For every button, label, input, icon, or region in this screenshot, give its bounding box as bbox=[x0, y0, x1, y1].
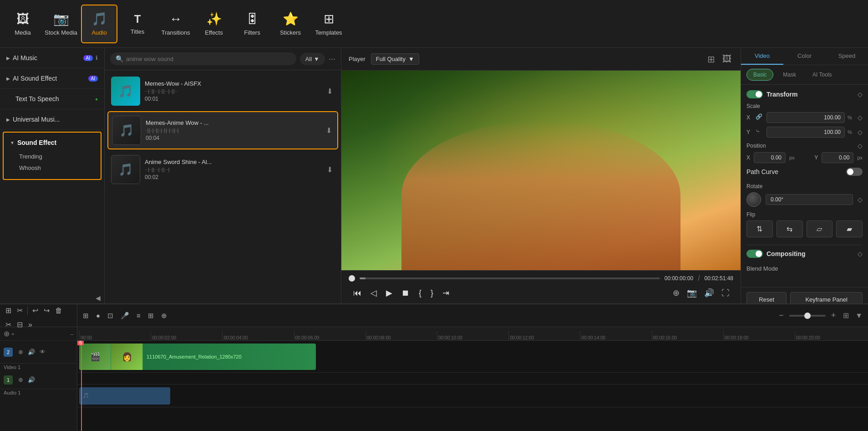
toolbar-effects[interactable]: ✨ Effects bbox=[196, 5, 232, 43]
toolbar-media[interactable]: 🖼 Media bbox=[5, 5, 41, 43]
toolbar-stock-media[interactable]: 📷 Stock Media bbox=[43, 5, 79, 43]
search-input[interactable] bbox=[126, 56, 291, 62]
fullscreen-button[interactable]: ⛶ bbox=[720, 286, 731, 300]
scale-x-keyframe[interactable]: ◇ bbox=[858, 114, 863, 121]
quality-select[interactable]: Full Quality ▼ bbox=[371, 53, 419, 65]
pos-x-input[interactable] bbox=[754, 152, 786, 163]
frame-back-button[interactable]: ◁ bbox=[368, 286, 380, 300]
universal-music-header[interactable]: ▶ Universal Musi... bbox=[5, 113, 100, 126]
flip-btn-3[interactable]: ▱ bbox=[807, 221, 833, 237]
stop-button[interactable]: ⏹ bbox=[399, 287, 412, 300]
compositing-toggle[interactable] bbox=[746, 250, 763, 258]
audio-item-1[interactable]: 🎵 Memes-Anime Wow - ... ·||·|·||·|·||·|·… bbox=[107, 111, 338, 149]
video-clip[interactable]: 🎬 👩 1110670_Amusement_Relation_1280x720 bbox=[79, 344, 316, 370]
tl-tool-1[interactable]: ⊞ bbox=[81, 310, 91, 322]
toolbar-transitions[interactable]: ↔ Transitions bbox=[157, 5, 194, 43]
audio-clip[interactable]: 🎵 bbox=[79, 387, 170, 405]
sound-effect-header[interactable]: ▼ Sound Effect bbox=[8, 136, 96, 149]
screenshot-button[interactable]: 📷 bbox=[685, 286, 699, 300]
transform-toggle[interactable] bbox=[746, 90, 763, 98]
zoom-out-button[interactable]: − bbox=[776, 310, 787, 321]
loop-in-button[interactable]: { bbox=[416, 287, 424, 300]
audio-thumb-2: 🎵 bbox=[111, 155, 140, 184]
chain-icon: 🔗 bbox=[756, 113, 764, 122]
rotate-keyframe[interactable]: ◇ bbox=[858, 196, 863, 203]
audio-add-button[interactable]: ⊕ bbox=[17, 375, 24, 384]
ruler-mark-8: 00:00:16:00 bbox=[652, 331, 723, 340]
tab-video[interactable]: Video bbox=[741, 48, 783, 65]
toolbar-stickers[interactable]: ⭐ Stickers bbox=[272, 5, 309, 43]
sub-item-whoosh[interactable]: Whoosh bbox=[15, 162, 96, 174]
split-button[interactable]: ⇥ bbox=[440, 286, 452, 300]
subtab-ai-tools[interactable]: AI Tools bbox=[806, 69, 838, 81]
scale-y-input[interactable] bbox=[766, 127, 845, 138]
grid-view-button[interactable]: ⊞ bbox=[706, 52, 717, 67]
search-input-wrap[interactable]: 🔍 bbox=[110, 52, 296, 65]
more-options-button[interactable]: ··· bbox=[329, 54, 335, 64]
tl-tool-2[interactable]: ● bbox=[94, 310, 102, 321]
subtab-basic[interactable]: Basic bbox=[746, 69, 773, 81]
keyframe-panel-button[interactable]: Keyframe Panel bbox=[790, 292, 863, 303]
subtab-mask[interactable]: Mask bbox=[776, 69, 803, 81]
collapse-panel-button[interactable]: ◀ bbox=[92, 292, 104, 303]
sub-item-trending[interactable]: Trending bbox=[15, 151, 96, 162]
settings-button[interactable]: ▼ bbox=[853, 310, 864, 322]
flip-btn-4[interactable]: ▰ bbox=[836, 221, 863, 237]
step-back-button[interactable]: ⏮ bbox=[350, 287, 364, 300]
ai-music-header[interactable]: ▶ AI Music AI ℹ bbox=[5, 51, 100, 64]
flip-horizontal-button[interactable]: ⇆ bbox=[777, 221, 803, 237]
download-icon-2[interactable]: ⬇ bbox=[325, 164, 335, 176]
transform-keyframe-button[interactable]: ◇ bbox=[858, 91, 863, 98]
tab-color[interactable]: Color bbox=[783, 48, 826, 65]
zoom-in-button[interactable]: + bbox=[828, 310, 839, 321]
reset-button[interactable]: Reset bbox=[746, 292, 787, 303]
timeline-bar[interactable] bbox=[360, 277, 660, 279]
loop-out-button[interactable]: } bbox=[428, 287, 436, 300]
redo-button[interactable]: ↪ bbox=[42, 304, 51, 317]
rotate-dial[interactable] bbox=[746, 192, 761, 207]
add-to-timeline-button[interactable]: ⊕ bbox=[671, 286, 681, 300]
video-add-button[interactable]: ⊕ bbox=[17, 348, 24, 356]
ripple-tool-button[interactable]: ✂ bbox=[15, 304, 25, 317]
ruler-mark-9: 00:00:18:00 bbox=[723, 331, 795, 340]
add-track-button[interactable]: ⊕ bbox=[4, 329, 10, 338]
grid-options-button[interactable]: ⊞ bbox=[841, 309, 851, 322]
tl-tool-7[interactable]: ⊕ bbox=[159, 310, 169, 322]
compositing-keyframe-button[interactable]: ◇ bbox=[858, 250, 863, 257]
toolbar-templates[interactable]: ⊞ Templates bbox=[310, 5, 347, 43]
zoom-slider[interactable] bbox=[789, 315, 826, 317]
toolbar-titles[interactable]: T Titles bbox=[119, 5, 156, 43]
ai-sound-effect-header[interactable]: ▶ AI Sound Effect AI bbox=[5, 72, 100, 85]
tl-tool-6[interactable]: ⊞ bbox=[146, 310, 156, 322]
right-panel: Video Color Speed Basic Mask AI Tools Tr… bbox=[741, 48, 868, 303]
download-icon-0[interactable]: ⬇ bbox=[325, 85, 335, 97]
pos-y-input[interactable] bbox=[822, 152, 853, 163]
scale-x-input[interactable] bbox=[766, 112, 845, 123]
toolbar-filters[interactable]: 🎛 Filters bbox=[234, 5, 270, 43]
undo-button[interactable]: ↩ bbox=[30, 304, 40, 317]
audio-volume-button[interactable]: 🔊 bbox=[27, 375, 36, 384]
ruler-mark-7: 00:00:14:00 bbox=[580, 331, 651, 340]
tl-tool-5[interactable]: ≡ bbox=[135, 310, 142, 321]
audio-item-0[interactable]: 🎵 Memes-Wow - AISFX ··|·||··|·||··|·||··… bbox=[107, 73, 338, 109]
flip-vertical-button[interactable]: ⇅ bbox=[746, 221, 773, 237]
scale-y-keyframe[interactable]: ◇ bbox=[858, 128, 863, 136]
tab-speed[interactable]: Speed bbox=[826, 48, 868, 65]
toolbar-audio[interactable]: 🎵 Audio bbox=[81, 5, 117, 43]
play-button[interactable]: ▶ bbox=[383, 286, 395, 300]
path-curve-toggle[interactable] bbox=[846, 168, 863, 176]
image-view-button[interactable]: 🖼 bbox=[721, 52, 733, 67]
delete-button[interactable]: 🗑 bbox=[53, 305, 64, 317]
tl-tool-4[interactable]: 🎤 bbox=[119, 310, 131, 322]
download-icon-1[interactable]: ⬇ bbox=[324, 124, 334, 137]
audio-item-2[interactable]: 🎵 Anime Sword Shine - Al... ··|·||··|·||… bbox=[107, 151, 338, 188]
volume-button[interactable]: 🔊 bbox=[702, 286, 716, 300]
text-to-speech-header[interactable]: Text To Speech ● bbox=[5, 92, 100, 105]
tl-tool-3[interactable]: ⊡ bbox=[106, 310, 115, 322]
select-tool-button[interactable]: ⊞ bbox=[4, 304, 13, 317]
position-keyframe-button[interactable]: ◇ bbox=[858, 142, 863, 149]
video-volume-button[interactable]: 🔊 bbox=[27, 348, 36, 356]
filter-button[interactable]: All ▼ bbox=[300, 53, 325, 65]
rotate-input[interactable] bbox=[766, 194, 853, 205]
video-eye-button[interactable]: 👁 bbox=[39, 348, 46, 356]
